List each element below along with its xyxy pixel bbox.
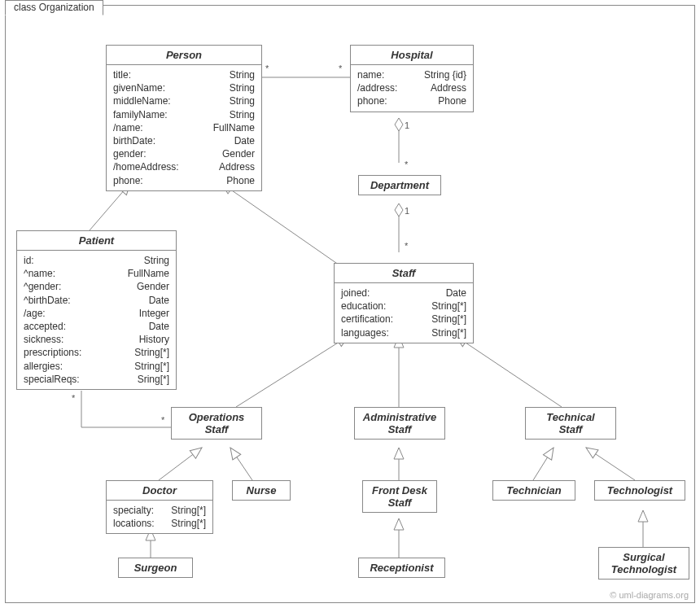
class-technical-staff-title: TechnicalStaff [526,408,615,439]
class-hospital: Hospital name:String {id}/address:Addres… [350,45,474,112]
mult-patient-ops-l: * [72,393,75,403]
class-surgical-technologist: SurgicalTechnologist [598,547,689,580]
mult-dept-staff-star: * [405,241,408,251]
class-staff: Staff joined:Dateeducation:String[*]cert… [334,263,474,343]
class-doctor: Doctor specialty:String[*]locations:Stri… [106,480,213,534]
mult-hosp-dept-1: 1 [405,120,409,130]
mult-dept-staff-1: 1 [405,206,409,216]
class-operations-staff-title: OperationsStaff [172,408,261,439]
class-receptionist-title: Receptionist [359,558,444,577]
class-staff-title: Staff [335,264,473,283]
class-patient: Patient id:String^name:FullName^gender:G… [16,230,177,390]
class-patient-attrs: id:String^name:FullName^gender:Gender^bi… [17,251,176,389]
class-technologist-title: Technologist [595,481,685,500]
watermark: © uml-diagrams.org [610,590,689,600]
class-hospital-title: Hospital [351,46,473,65]
class-front-desk-staff-title: Front DeskStaff [363,481,436,512]
mult-person-hospital-l: * [265,63,269,73]
class-surgeon: Surgeon [118,558,193,578]
class-doctor-title: Doctor [107,481,212,501]
class-doctor-attrs: specialty:String[*]locations:String[*] [107,501,212,533]
class-person: Person title:StringgivenName:Stringmiddl… [106,45,262,191]
class-nurse-title: Nurse [233,481,290,500]
class-technician-title: Technician [493,481,575,500]
class-technical-staff: TechnicalStaff [525,407,616,440]
class-hospital-attrs: name:String {id}/address:Addressphone:Ph… [351,65,473,112]
class-receptionist: Receptionist [358,558,445,578]
class-administrative-staff-title: AdministrativeStaff [355,408,444,439]
class-surgical-technologist-title: SurgicalTechnologist [599,548,689,579]
class-person-attrs: title:StringgivenName:StringmiddleName:S… [107,65,261,190]
class-front-desk-staff: Front DeskStaff [362,480,437,513]
mult-hosp-dept-star: * [405,160,408,169]
mult-person-hospital-r: * [339,63,342,73]
class-department-title: Department [359,176,440,195]
class-technician: Technician [492,480,575,501]
class-staff-attrs: joined:Dateeducation:String[*]certificat… [335,283,473,343]
package-title: class Organization [5,0,103,15]
class-nurse: Nurse [232,480,291,501]
mult-patient-ops-r: * [161,415,164,425]
class-patient-title: Patient [17,231,176,251]
class-technologist: Technologist [594,480,685,501]
class-operations-staff: OperationsStaff [171,407,262,440]
class-administrative-staff: AdministrativeStaff [354,407,445,440]
class-surgeon-title: Surgeon [119,558,192,577]
class-person-title: Person [107,46,261,65]
class-department: Department [358,175,441,195]
